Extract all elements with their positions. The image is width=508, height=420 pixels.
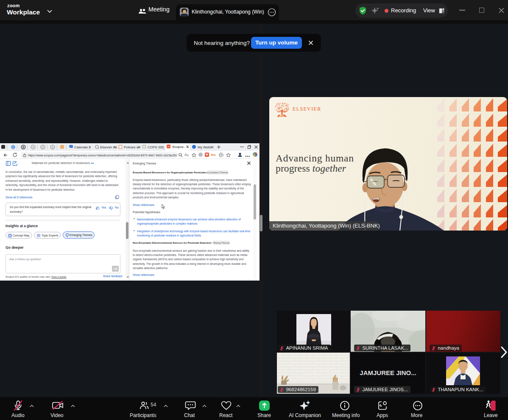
- svg-text:ELSEVIER: ELSEVIER: [293, 106, 321, 112]
- svg-text:Advancing human: Advancing human: [276, 153, 354, 164]
- svg-text:progress together: progress together: [276, 163, 346, 174]
